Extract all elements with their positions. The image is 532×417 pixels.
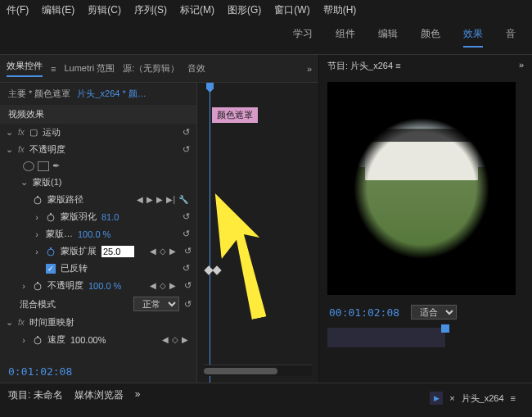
- tab-audio[interactable]: 音: [506, 27, 516, 48]
- add-kf-icon[interactable]: ◇: [160, 281, 166, 290]
- reset-icon[interactable]: ↺: [183, 211, 190, 222]
- next-kf-icon[interactable]: ▶|: [166, 195, 175, 204]
- tab-audio-fx[interactable]: 音效: [187, 62, 205, 75]
- prev-kf-icon[interactable]: ◀: [137, 195, 143, 204]
- prop-inverted[interactable]: ✓ 已反转 ↺: [0, 260, 196, 277]
- panel-menu-icon[interactable]: ≡: [51, 64, 56, 74]
- caret-icon[interactable]: ›: [33, 212, 41, 222]
- menu-graphics[interactable]: 图形(G): [228, 3, 261, 17]
- menu-edit[interactable]: 编辑(E): [42, 3, 74, 17]
- panel-menu-icon[interactable]: ≡: [395, 61, 400, 70]
- caret-icon[interactable]: ⌄: [5, 144, 13, 155]
- tab-media-browser[interactable]: 媒体浏览器: [74, 388, 124, 408]
- play-icon[interactable]: ▶: [147, 195, 153, 204]
- caret-icon[interactable]: ›: [20, 335, 28, 345]
- prop-mask-opacity[interactable]: › 蒙版… 100.0 % ↺: [0, 225, 196, 242]
- panel-overflow[interactable]: »: [135, 388, 141, 408]
- sequence-name[interactable]: 片头_x264: [462, 392, 504, 405]
- prop-blend[interactable]: 混合模式 正常 ↺: [0, 294, 196, 314]
- next-kf-icon[interactable]: ▶: [182, 335, 188, 344]
- add-kf-icon[interactable]: ◇: [172, 335, 178, 344]
- panel-overflow[interactable]: »: [519, 60, 524, 70]
- panel-menu-icon[interactable]: ≡: [511, 393, 516, 403]
- timeline-sequence-tab[interactable]: ▶ × 片头_x264 ≡: [422, 388, 524, 408]
- play-icon[interactable]: ▶: [430, 392, 443, 405]
- stopwatch-icon[interactable]: [33, 335, 43, 345]
- expansion-value-input[interactable]: [101, 246, 134, 257]
- program-title-text[interactable]: 节目: 片头_x264: [327, 61, 393, 70]
- stopwatch-icon[interactable]: [33, 195, 43, 205]
- next-kf-icon[interactable]: ▶: [169, 247, 176, 256]
- program-timeline[interactable]: [327, 328, 524, 347]
- caret-icon[interactable]: ›: [20, 281, 28, 291]
- reset-icon[interactable]: ↺: [184, 299, 192, 310]
- tab-assembly[interactable]: 组件: [336, 27, 355, 48]
- play-fwd-icon[interactable]: ▶: [156, 195, 163, 204]
- prop-time-remap[interactable]: ⌄ fx 时间重映射: [0, 314, 196, 331]
- reset-icon[interactable]: ↺: [183, 229, 190, 239]
- tab-color[interactable]: 颜色: [421, 27, 440, 48]
- stopwatch-icon[interactable]: [46, 247, 56, 256]
- effect-timecode[interactable]: 0:01:02:08: [0, 360, 196, 383]
- crumb-master[interactable]: 主要 * 颜色遮罩: [8, 88, 70, 100]
- mask-opacity-value[interactable]: 100.0 %: [78, 229, 110, 239]
- reset-icon[interactable]: ↺: [183, 263, 190, 274]
- reset-icon[interactable]: ↺: [183, 144, 190, 155]
- tab-project[interactable]: 项目: 未命名: [8, 388, 63, 408]
- menu-sequence[interactable]: 序列(S): [134, 3, 167, 17]
- caret-icon[interactable]: ›: [33, 247, 41, 256]
- crumb-clip[interactable]: 片头_x264 * 颜…: [77, 88, 146, 100]
- caret-icon[interactable]: ⌄: [5, 317, 13, 328]
- program-playhead[interactable]: [441, 324, 449, 333]
- keyframe-diamond-icon[interactable]: [212, 265, 221, 274]
- stopwatch-icon[interactable]: [33, 281, 43, 291]
- next-kf-icon[interactable]: ▶: [169, 281, 176, 290]
- timeline-scrollbar[interactable]: [204, 365, 312, 376]
- prev-kf-icon[interactable]: ◀: [150, 247, 156, 256]
- tab-lumetri[interactable]: Lumetri 范围: [64, 62, 115, 75]
- prop-mask-expansion[interactable]: › 蒙版扩展 ◀ ◇ ▶ ↺: [0, 242, 196, 260]
- opacity2-value[interactable]: 100.0 %: [88, 281, 121, 291]
- reset-icon[interactable]: ↺: [184, 280, 192, 291]
- add-kf-icon[interactable]: ◇: [160, 247, 166, 256]
- prev-kf-icon[interactable]: ◀: [150, 281, 156, 290]
- pen-tool-icon[interactable]: ✒: [52, 161, 60, 171]
- menu-marker[interactable]: 标记(M): [180, 3, 214, 17]
- blend-mode-select[interactable]: 正常: [133, 297, 179, 311]
- tab-learn[interactable]: 学习: [293, 27, 313, 48]
- speed-value[interactable]: 100.00%: [70, 335, 106, 345]
- checkbox-checked-icon[interactable]: ✓: [46, 264, 56, 274]
- menu-window[interactable]: 窗口(W): [274, 3, 309, 17]
- tab-effects[interactable]: 效果: [463, 27, 483, 48]
- prop-opacity[interactable]: ⌄ fx 不透明度 ↺: [0, 141, 196, 158]
- menu-file[interactable]: 件(F): [7, 3, 29, 17]
- playhead[interactable]: [210, 83, 210, 383]
- tab-source[interactable]: 源:（无剪辑）: [123, 62, 179, 75]
- ellipse-mask-tool[interactable]: [23, 161, 34, 171]
- stopwatch-icon[interactable]: [46, 212, 56, 222]
- prop-mask[interactable]: ⌄ 蒙版(1): [0, 174, 196, 191]
- caret-icon[interactable]: ⌄: [20, 177, 28, 188]
- menu-help[interactable]: 帮助(H): [323, 3, 357, 17]
- caret-icon[interactable]: ›: [33, 229, 41, 239]
- menu-clip[interactable]: 剪辑(C): [88, 3, 121, 17]
- prop-motion[interactable]: ⌄ fx ▢ 运动 ↺: [0, 124, 196, 141]
- zoom-fit-select[interactable]: 适合: [411, 305, 457, 320]
- panel-overflow[interactable]: »: [307, 64, 312, 74]
- scrollbar-thumb[interactable]: [204, 368, 277, 374]
- prev-kf-icon[interactable]: ◀: [162, 335, 169, 344]
- prop-mask-path[interactable]: 蒙版路径 ◀ ▶ ▶ ▶| 🔧: [0, 191, 196, 208]
- prop-opacity2[interactable]: › 不透明度 100.0 % ◀ ◇ ▶ ↺: [0, 277, 196, 294]
- program-monitor[interactable]: [327, 82, 516, 295]
- wrench-icon[interactable]: 🔧: [178, 195, 188, 204]
- tab-edit[interactable]: 编辑: [378, 27, 398, 48]
- effect-timeline[interactable]: 颜色遮罩: [196, 83, 318, 383]
- prop-mask-feather[interactable]: › 蒙版羽化 81.0 ↺: [0, 208, 196, 225]
- rect-mask-tool[interactable]: [38, 161, 49, 171]
- program-timecode[interactable]: 00:01:02:08: [329, 306, 399, 319]
- tab-effect-controls[interactable]: 效果控件: [7, 60, 43, 77]
- reset-icon[interactable]: ↺: [184, 246, 192, 256]
- feather-value[interactable]: 81.0: [101, 212, 119, 222]
- caret-icon[interactable]: ⌄: [5, 127, 13, 138]
- close-icon[interactable]: ×: [449, 393, 454, 403]
